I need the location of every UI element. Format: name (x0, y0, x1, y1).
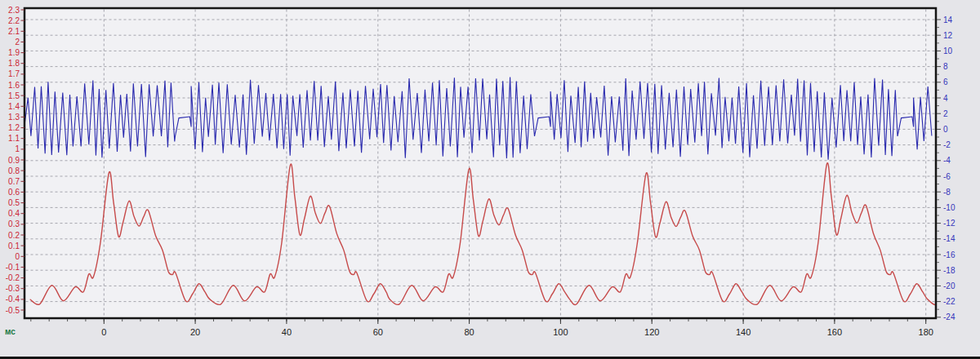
right-axis-tick-label: -14 (943, 234, 956, 243)
right-axis-tick-label: -18 (943, 266, 956, 275)
x-axis-tick-label: 180 (919, 327, 933, 337)
chart-panel: 0204060801001201401601802.32.22.121.91.8… (0, 0, 980, 359)
right-axis-tick-label: 8 (943, 62, 948, 71)
x-axis-layer: 020406080100120140160180 (31, 319, 933, 337)
left-axis-tick-label: 1.6 (8, 81, 20, 90)
left-axis-tick-label: 0.9 (8, 156, 20, 165)
left-axis-tick-label: -0.1 (6, 263, 20, 272)
left-axis-layer: 2.32.22.121.91.81.71.61.51.41.31.21.110.… (6, 6, 24, 315)
right-axis-tick-label: 12 (943, 31, 953, 40)
x-axis-tick-label: 120 (644, 327, 659, 337)
left-axis-tick-label: 2.2 (8, 16, 20, 25)
right-axis-tick-label: 10 (943, 47, 953, 55)
right-axis-tick-label: 14 (943, 16, 953, 24)
x-axis-tick-label: 140 (736, 327, 751, 337)
right-axis-tick-label: -6 (943, 172, 951, 181)
right-axis-tick-label: 2 (943, 109, 948, 118)
left-axis-tick-label: 1.8 (8, 59, 20, 68)
right-axis-tick-label: 0 (943, 125, 948, 134)
chart-svg: 0204060801001201401601802.32.22.121.91.8… (0, 0, 980, 359)
x-axis-unit-label: мс (5, 327, 16, 336)
right-axis-tick-label: -8 (943, 188, 951, 197)
left-axis-tick-label: -0.5 (6, 306, 20, 315)
right-axis-tick-label: -22 (943, 297, 956, 306)
left-axis-tick-label: 2 (15, 38, 20, 47)
x-axis-tick-label: 160 (827, 327, 842, 337)
x-axis-tick-label: 60 (373, 327, 383, 337)
left-axis-tick-label: -0.4 (6, 295, 20, 304)
left-axis-tick-label: 0.3 (8, 219, 20, 228)
left-axis-tick-label: 1 (15, 144, 20, 153)
left-axis-tick-label: 1.2 (8, 123, 20, 132)
right-axis-tick-label: -10 (943, 203, 956, 212)
right-axis-tick-label: -12 (943, 219, 956, 228)
x-axis-tick-label: 40 (282, 327, 292, 337)
right-axis-tick-label: -4 (943, 156, 951, 165)
left-axis-tick-label: 0.2 (8, 231, 20, 240)
plot-area (24, 8, 936, 318)
right-axis-tick-label: -16 (943, 250, 956, 259)
right-axis-tick-label: -20 (943, 281, 956, 290)
left-axis-tick-label: 0.1 (8, 242, 20, 250)
left-axis-tick-label: 1.9 (8, 48, 20, 57)
left-axis-tick-label: 1.1 (8, 134, 20, 143)
right-axis-layer: 14121086420-2-4-6-8-10-12-14-16-18-20-22… (937, 16, 956, 322)
left-axis-tick-label: 1.4 (8, 102, 20, 111)
right-axis-tick-label: 6 (943, 78, 948, 86)
right-axis-tick-label: -2 (943, 140, 951, 149)
x-axis-tick-label: 100 (553, 327, 568, 337)
right-axis-tick-label: -24 (943, 312, 956, 321)
left-axis-tick-label: 2.1 (8, 27, 20, 36)
x-axis-tick-label: 80 (464, 327, 474, 337)
left-axis-tick-label: 1.3 (8, 113, 20, 122)
left-axis-tick-label: -0.2 (6, 273, 20, 282)
left-axis-tick-label: 1.5 (8, 91, 20, 100)
left-axis-tick-label: 2.3 (8, 6, 20, 15)
left-axis-tick-label: 0.6 (8, 188, 20, 197)
x-axis-tick-label: 0 (101, 327, 106, 337)
x-axis-tick-label: 20 (190, 327, 200, 337)
left-axis-tick-label: -0.3 (6, 284, 20, 293)
left-axis-tick-label: 0.5 (8, 198, 20, 207)
left-axis-tick-label: 0.8 (8, 166, 20, 175)
right-axis-tick-label: 4 (943, 94, 948, 103)
left-axis-tick-label: 0.4 (8, 209, 20, 218)
left-axis-tick-label: 1.7 (8, 69, 20, 78)
left-axis-tick-label: 0.7 (8, 177, 20, 186)
left-axis-tick-label: 0 (15, 252, 20, 261)
